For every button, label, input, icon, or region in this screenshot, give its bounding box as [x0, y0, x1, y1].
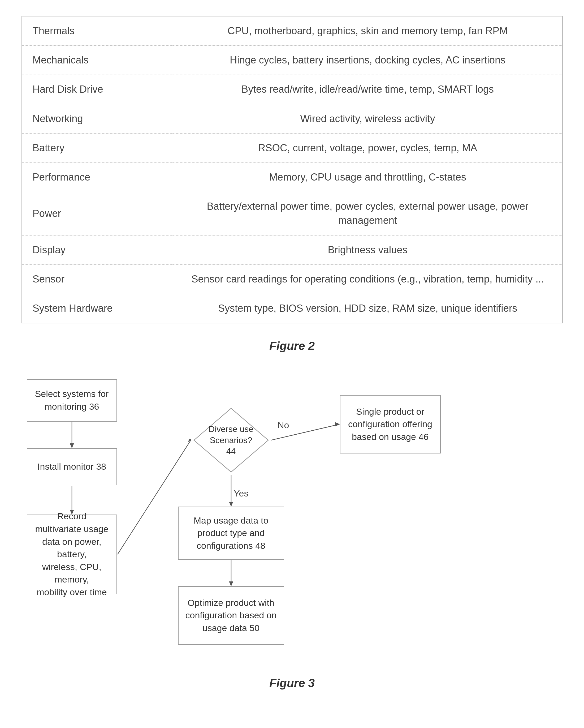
svg-marker-7 — [335, 422, 340, 426]
description-cell: System type, BIOS version, HDD size, RAM… — [173, 294, 562, 323]
category-cell: Sensor — [22, 264, 173, 294]
svg-text:Yes: Yes — [234, 488, 248, 498]
category-cell: Power — [22, 192, 173, 235]
category-cell: Performance — [22, 162, 173, 192]
description-cell: Bytes read/write, idle/read/write time, … — [173, 75, 562, 104]
diamond-text: Diverse useScenarios? 44 — [204, 424, 258, 457]
description-cell: Memory, CPU usage and throttling, C-stat… — [173, 162, 562, 192]
table-row: Networking Wired activity, wireless acti… — [22, 104, 562, 133]
box-single: Single product orconfiguration offeringb… — [340, 395, 441, 453]
category-cell: Battery — [22, 133, 173, 162]
description-cell: Brightness values — [173, 235, 562, 264]
category-cell: Hard Disk Drive — [22, 75, 173, 104]
box-optimize: Optimize product withconfiguration based… — [178, 586, 284, 645]
svg-text:No: No — [278, 420, 289, 430]
table-row: Thermals CPU, motherboard, graphics, ski… — [22, 16, 562, 46]
category-cell: Display — [22, 235, 173, 264]
table-row: Battery RSOC, current, voltage, power, c… — [22, 133, 562, 162]
box-record: Record multivariate usagedata on power, … — [27, 515, 117, 594]
description-cell: CPU, motherboard, graphics, skin and mem… — [173, 16, 562, 46]
table-section: Thermals CPU, motherboard, graphics, ski… — [22, 16, 563, 323]
description-cell: Hinge cycles, battery insertions, dockin… — [173, 46, 562, 75]
description-cell: Wired activity, wireless activity — [173, 104, 562, 133]
table-row: Mechanicals Hinge cycles, battery insert… — [22, 46, 562, 75]
flowchart-section: No Yes Select systems formonitoring 36 I… — [22, 374, 563, 666]
table-row: System Hardware System type, BIOS versio… — [22, 294, 562, 323]
table-row: Hard Disk Drive Bytes read/write, idle/r… — [22, 75, 562, 104]
table-row: Sensor Sensor card readings for operatin… — [22, 264, 562, 294]
figure2-label: Figure 2 — [21, 339, 563, 353]
category-cell: System Hardware — [22, 294, 173, 323]
diamond-container: Diverse useScenarios? 44 — [191, 406, 271, 475]
description-cell: Sensor card readings for operating condi… — [173, 264, 562, 294]
box-select: Select systems formonitoring 36 — [27, 379, 117, 422]
description-cell: RSOC, current, voltage, power, cycles, t… — [173, 133, 562, 162]
svg-marker-9 — [229, 502, 233, 506]
category-cell: Thermals — [22, 16, 173, 46]
box-install: Install monitor 38 — [27, 448, 117, 485]
data-table: Thermals CPU, motherboard, graphics, ski… — [22, 16, 563, 323]
box-map: Map usage data toproduct type andconfigu… — [178, 506, 284, 560]
description-cell: Battery/external power time, power cycle… — [173, 192, 562, 235]
svg-marker-11 — [229, 581, 233, 586]
figure3-label: Figure 3 — [21, 676, 563, 690]
category-cell: Mechanicals — [22, 46, 173, 75]
table-row: Power Battery/external power time, power… — [22, 192, 562, 235]
table-row: Display Brightness values — [22, 235, 562, 264]
svg-marker-1 — [70, 443, 74, 448]
table-row: Performance Memory, CPU usage and thrott… — [22, 162, 562, 192]
flowchart-container: No Yes Select systems formonitoring 36 I… — [22, 374, 563, 666]
category-cell: Networking — [22, 104, 173, 133]
